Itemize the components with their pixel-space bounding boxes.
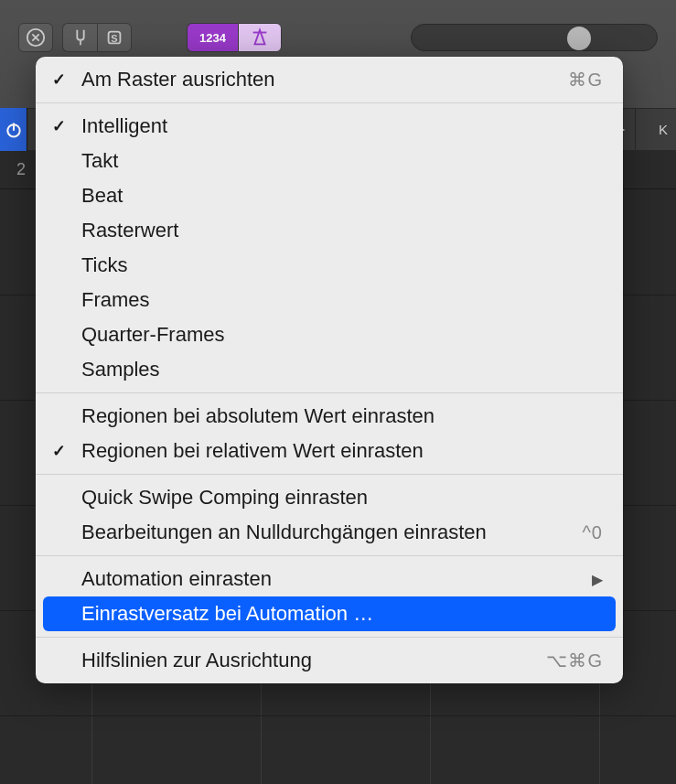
menu-item-automation-offset[interactable]: Einrastversatz bei Automation … — [43, 596, 616, 631]
menu-item-snap-absolute[interactable]: Regionen bei absolutem Wert einrasten — [36, 399, 623, 434]
close-icon — [26, 27, 46, 48]
check-icon: ✓ — [52, 70, 66, 90]
menu-item-quick-swipe[interactable]: Quick Swipe Comping einrasten — [36, 480, 623, 515]
snap-context-menu: ✓ Am Raster ausrichten ⌘G ✓ Intelligent … — [36, 57, 623, 683]
menu-item-frames[interactable]: Frames — [36, 283, 623, 317]
check-icon: ✓ — [52, 116, 66, 136]
menu-item-label: Regionen bei absolutem Wert einrasten — [81, 404, 435, 428]
menu-item-samples[interactable]: Samples — [36, 352, 623, 387]
menu-item-alignment-guides[interactable]: Hilfslinien zur Ausrichtung ⌥⌘G — [36, 643, 623, 678]
menu-separator — [36, 392, 623, 393]
power-button[interactable] — [0, 108, 27, 151]
chevron-right-icon: ▶ — [592, 571, 603, 588]
menu-item-intelligent[interactable]: ✓ Intelligent — [36, 109, 623, 144]
menu-item-label: Intelligent — [81, 114, 167, 138]
menu-separator — [36, 637, 623, 638]
menu-item-label: Quick Swipe Comping einrasten — [81, 486, 368, 510]
menu-item-division[interactable]: Rasterwert — [36, 213, 623, 248]
solo-button[interactable]: S — [97, 23, 132, 52]
menu-item-label: Beat — [81, 184, 123, 208]
menu-item-quarter-frames[interactable]: Quarter-Frames — [36, 317, 623, 352]
menu-item-label: Hilfslinien zur Ausrichtung — [81, 649, 312, 672]
menu-item-label: Ticks — [81, 253, 128, 277]
timeline-marker: 2 — [16, 160, 26, 179]
menu-item-zero-crossings[interactable]: Bearbeitungen an Nulldurchgängen einrast… — [36, 515, 623, 550]
menu-item-snap-to-grid[interactable]: ✓ Am Raster ausrichten ⌘G — [36, 62, 623, 97]
menu-separator — [36, 474, 623, 475]
menu-separator — [36, 555, 623, 556]
display-number: 1234 — [199, 31, 226, 45]
menu-item-label: Quarter-Frames — [81, 323, 224, 347]
power-icon — [5, 121, 23, 139]
svg-text:S: S — [111, 33, 117, 44]
menu-item-label: Frames — [81, 288, 150, 312]
menu-item-label: Rasterwert — [81, 219, 178, 242]
check-icon: ✓ — [52, 441, 66, 461]
zoom-slider-handle[interactable] — [567, 27, 591, 50]
menu-item-label: Einrastversatz bei Automation … — [81, 602, 373, 626]
zoom-slider[interactable] — [411, 24, 658, 51]
menu-item-label: Takt — [81, 149, 118, 173]
menu-item-beat[interactable]: Beat — [36, 178, 623, 213]
menu-item-label: Samples — [81, 358, 160, 381]
tuning-fork-button[interactable] — [62, 23, 97, 52]
menu-item-snap-automation[interactable]: Automation einrasten ▶ — [36, 562, 623, 596]
menu-shortcut: ⌥⌘G — [546, 650, 603, 671]
metronome-icon — [250, 27, 270, 48]
menu-item-label: Bearbeitungen an Nulldurchgängen einrast… — [81, 521, 487, 544]
menu-item-ticks[interactable]: Ticks — [36, 248, 623, 283]
key-label: K — [650, 108, 676, 151]
menu-item-label: Regionen bei relativem Wert einrasten — [81, 439, 424, 463]
metronome-button[interactable] — [238, 23, 282, 52]
tuning-fork-icon — [70, 27, 91, 48]
menu-item-snap-relative[interactable]: ✓ Regionen bei relativem Wert einrasten — [36, 434, 623, 468]
close-button[interactable] — [18, 23, 53, 52]
menu-shortcut: ^0 — [582, 522, 603, 543]
menu-item-label: Automation einrasten — [81, 567, 272, 591]
display-mode-button[interactable]: 1234 — [187, 23, 238, 52]
menu-item-label: Am Raster ausrichten — [81, 68, 275, 91]
menu-separator — [36, 102, 623, 103]
solo-icon: S — [104, 27, 124, 48]
menu-shortcut: ⌘G — [568, 69, 603, 91]
menu-item-bar[interactable]: Takt — [36, 144, 623, 178]
